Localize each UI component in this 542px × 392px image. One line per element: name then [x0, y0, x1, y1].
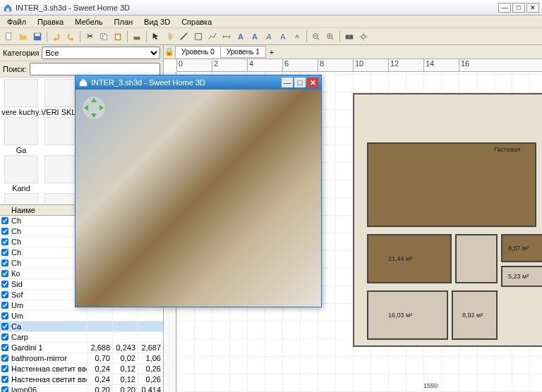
- lock-icon[interactable]: 🔒: [164, 47, 175, 56]
- add-level-button[interactable]: +: [265, 47, 278, 58]
- menu-furniture[interactable]: Мебель: [71, 17, 107, 27]
- menu-3dview[interactable]: Вид 3D: [140, 17, 174, 27]
- app-icon: [3, 3, 13, 13]
- zoom-in-button[interactable]: [324, 30, 337, 43]
- redo-button[interactable]: [64, 30, 77, 43]
- furniture-item[interactable]: dvere kuchy...: [1, 79, 41, 116]
- 3d-viewer-titlebar[interactable]: INTER_3.sh3d - Sweet Home 3D — □ ✕: [76, 75, 321, 90]
- table-row[interactable]: Ca: [0, 321, 163, 332]
- level-tab-0[interactable]: Уровень 0: [175, 46, 221, 58]
- 3d-close-button[interactable]: ✕: [307, 78, 318, 87]
- table-row[interactable]: Um: [0, 311, 163, 321]
- text-size-up[interactable]: A: [277, 30, 289, 43]
- table-row[interactable]: Настенная светит вверх0,240,120,26: [0, 364, 163, 374]
- search-input[interactable]: [30, 63, 160, 75]
- room-label: Гастевая: [494, 146, 520, 153]
- window-title: INTER_3.sh3d - Sweet Home 3D: [16, 4, 498, 12]
- furniture-item[interactable]: Kand: [1, 155, 41, 192]
- table-row[interactable]: Настенная светит вверх0,240,120,26: [0, 374, 163, 385]
- table-row[interactable]: Carp: [0, 332, 163, 343]
- menu-help[interactable]: Справка: [177, 17, 216, 27]
- text-tool[interactable]: A: [234, 30, 247, 43]
- ruler-horizontal: 0246810121416: [176, 59, 542, 72]
- 3d-viewer-window[interactable]: INTER_3.sh3d - Sweet Home 3D — □ ✕: [75, 75, 322, 307]
- room-label: 8,57 м²: [508, 245, 529, 252]
- room-label: 8,92 м²: [462, 312, 483, 319]
- svg-point-14: [361, 35, 365, 38]
- svg-rect-5: [102, 35, 107, 39]
- furniture-item[interactable]: Ga: [1, 117, 41, 154]
- menu-file[interactable]: Файл: [3, 17, 30, 27]
- paste-button[interactable]: [112, 30, 124, 43]
- wall-tool[interactable]: [178, 30, 191, 43]
- open-button[interactable]: [17, 30, 30, 43]
- menubar: Файл Правка Мебель План Вид 3D Справка: [0, 16, 542, 28]
- table-row[interactable]: lamp060,200,200,414: [0, 385, 163, 392]
- search-label: Поиск:: [3, 65, 27, 73]
- text-italic[interactable]: A: [263, 30, 275, 43]
- add-furniture-button[interactable]: [131, 30, 143, 43]
- zoom-out-button[interactable]: [310, 30, 323, 43]
- pan-tool[interactable]: [164, 30, 176, 43]
- level-tabs: 🔒 Уровень 0 Уровень 1 +: [164, 45, 542, 59]
- cut-button[interactable]: ✂: [83, 30, 96, 43]
- maximize-button[interactable]: □: [512, 3, 525, 13]
- 3d-minimize-button[interactable]: —: [282, 78, 293, 87]
- svg-rect-1: [6, 32, 11, 39]
- svg-point-13: [348, 35, 351, 38]
- save-button[interactable]: [31, 30, 44, 43]
- app-icon: [78, 78, 88, 87]
- close-button[interactable]: ✕: [526, 3, 539, 13]
- dimension-label: 1550: [423, 382, 438, 389]
- svg-rect-8: [134, 37, 140, 39]
- 3d-viewport[interactable]: [76, 90, 321, 307]
- room-label: 21,44 м²: [388, 255, 412, 262]
- 3d-maximize-button[interactable]: □: [294, 78, 306, 87]
- svg-rect-7: [116, 35, 119, 39]
- svg-rect-0: [6, 8, 9, 11]
- 3d-viewer-title: INTER_3.sh3d - Sweet Home 3D: [91, 78, 280, 87]
- polyline-tool[interactable]: [206, 30, 219, 43]
- menu-edit[interactable]: Правка: [33, 17, 68, 27]
- text-size-down[interactable]: A: [291, 30, 303, 43]
- minimize-button[interactable]: —: [498, 3, 511, 13]
- floorplan[interactable]: Гастевая 21,44 м² 16,03 м² 8,57 м² 5,23 …: [353, 93, 542, 347]
- category-select[interactable]: Все: [42, 47, 160, 59]
- dimension-tool[interactable]: [220, 30, 233, 43]
- table-row[interactable]: bathroom-mirror0,700,021,06: [0, 353, 163, 364]
- room-tool[interactable]: [192, 30, 205, 43]
- toolbar: ✂ A A A A A: [0, 28, 542, 45]
- copy-button[interactable]: [97, 30, 110, 43]
- level-tab-1[interactable]: Уровень 1: [220, 46, 266, 58]
- select-tool[interactable]: [150, 30, 162, 43]
- svg-rect-3: [35, 33, 40, 36]
- camera-button[interactable]: [343, 30, 356, 43]
- settings-button[interactable]: [357, 30, 370, 43]
- titlebar: INTER_3.sh3d - Sweet Home 3D — □ ✕: [0, 0, 542, 16]
- room-label: 16,03 м²: [388, 312, 412, 319]
- room-label: 5,23 м²: [508, 273, 529, 280]
- category-label: Категория: [3, 49, 39, 57]
- svg-rect-9: [195, 33, 202, 39]
- 3d-nav-control[interactable]: [81, 95, 107, 121]
- furniture-item[interactable]: Karp: [1, 193, 41, 204]
- undo-button[interactable]: [50, 30, 63, 43]
- table-row[interactable]: Gardini 12,6880,2432,687: [0, 343, 163, 353]
- new-button[interactable]: [3, 30, 16, 43]
- menu-plan[interactable]: План: [110, 17, 138, 27]
- text-bold[interactable]: A: [248, 30, 261, 43]
